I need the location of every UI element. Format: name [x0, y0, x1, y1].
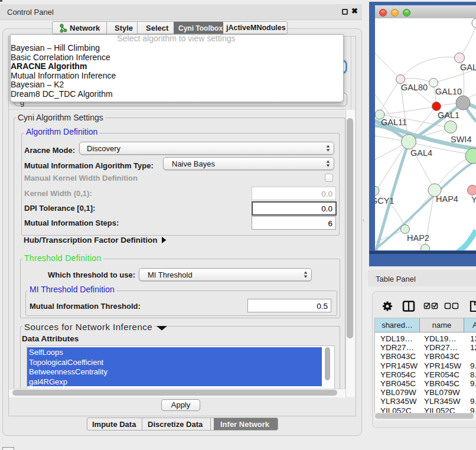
svg-text:HAP2: HAP2	[407, 233, 429, 243]
svg-text:GAL1: GAL1	[438, 110, 459, 120]
svg-text:GAL4: GAL4	[410, 148, 432, 158]
svg-text:GAL7: GAL7	[460, 63, 476, 72]
svg-text:GAL11: GAL11	[381, 118, 407, 127]
svg-text:SWI4: SWI4	[451, 135, 471, 144]
svg-text:GAL10: GAL10	[435, 87, 462, 96]
svg-text:GCY1: GCY1	[375, 196, 395, 206]
svg-text:HAP4: HAP4	[436, 194, 458, 204]
svg-text:YM: YM	[471, 195, 476, 204]
svg-text:GAL80: GAL80	[401, 83, 428, 92]
